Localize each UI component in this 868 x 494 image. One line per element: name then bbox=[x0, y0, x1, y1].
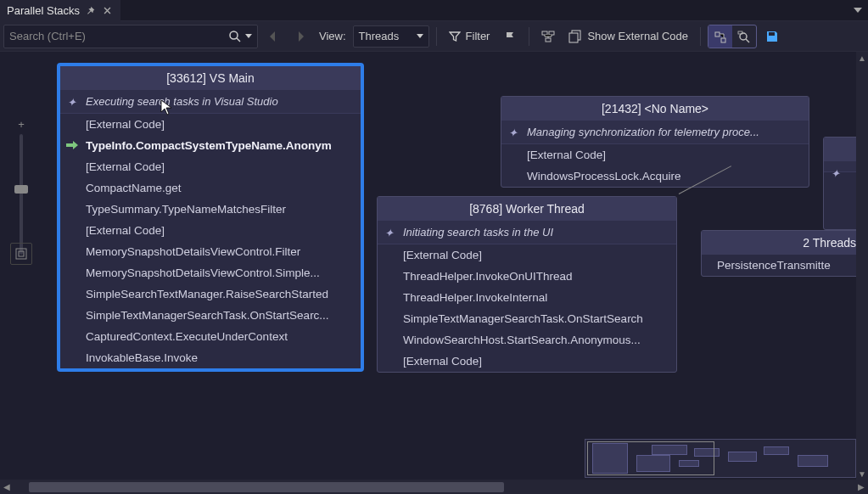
thread-box-vs-main[interactable]: [33612] VS Main ✦ Executing search tasks… bbox=[58, 64, 363, 371]
thread-header[interactable]: [8768] Worker Thread bbox=[378, 197, 676, 221]
filter-button[interactable]: Filter bbox=[444, 25, 496, 48]
scroll-down-icon[interactable]: ▼ bbox=[856, 468, 868, 480]
thread-summary: ✦ Executing search tasks in Visual Studi… bbox=[60, 90, 361, 114]
zoom-in-icon[interactable]: + bbox=[18, 118, 25, 131]
stack-frame-text: TypeInfo.CompactSystemTypeName.Anonym bbox=[86, 139, 332, 152]
scroll-right-icon[interactable]: ▶ bbox=[854, 480, 868, 494]
svg-rect-6 bbox=[569, 33, 578, 42]
stack-frame-current[interactable]: TypeInfo.CompactSystemTypeName.Anonym bbox=[60, 135, 361, 156]
stack-frame[interactable]: CompactName.get bbox=[60, 177, 361, 199]
stack-frame[interactable]: ThreadHelper.InvokeInternal bbox=[378, 287, 676, 308]
ai-sparkle-icon: ✦ bbox=[67, 96, 76, 109]
stack-frame[interactable]: WindowSearchHost.StartSearch.Anonymous..… bbox=[378, 329, 676, 351]
separator bbox=[529, 27, 529, 46]
stack-frame[interactable]: [External Code] bbox=[60, 156, 361, 177]
minimap-block bbox=[764, 446, 789, 455]
scroll-up-icon[interactable]: ▲ bbox=[856, 52, 868, 64]
ai-sparkle-icon: ✦ bbox=[384, 227, 394, 239]
svg-rect-12 bbox=[19, 251, 24, 256]
layout-mode-group bbox=[708, 25, 757, 48]
stack-frame[interactable]: TypeSummary.TypeNameMatchesFilter bbox=[60, 199, 361, 220]
window-menu-dropdown[interactable] bbox=[848, 0, 868, 21]
stack-frame[interactable]: MemorySnapshotDetailsViewControl.Filter bbox=[60, 241, 361, 262]
svg-line-1 bbox=[237, 38, 240, 42]
layout-graph-button[interactable] bbox=[708, 25, 732, 48]
scroll-left-icon[interactable]: ◀ bbox=[0, 480, 14, 494]
stack-frame[interactable]: [External Code] bbox=[378, 244, 676, 266]
thread-header[interactable]: [33612] VS Main bbox=[60, 66, 361, 90]
stack-frame[interactable]: MemorySnapshotDetailsViewControl.Simple.… bbox=[60, 262, 361, 283]
stack-frame[interactable]: PersistenceTransmitte bbox=[702, 255, 868, 276]
stack-frame[interactable]: [External Code] bbox=[60, 220, 361, 241]
thread-summary-text: Managing synchronization for telemetry p… bbox=[527, 126, 759, 138]
stack-frame[interactable]: [External Code] bbox=[378, 351, 676, 372]
tab-parallel-stacks[interactable]: Parallel Stacks bbox=[0, 0, 120, 21]
svg-rect-3 bbox=[549, 31, 554, 35]
svg-rect-8 bbox=[721, 38, 725, 42]
filter-icon bbox=[449, 31, 461, 42]
search-icon[interactable] bbox=[228, 30, 242, 43]
filter-label: Filter bbox=[466, 30, 490, 42]
minimap-viewport[interactable] bbox=[587, 441, 714, 475]
thread-box-group[interactable]: 2 Threads PersistenceTransmitte bbox=[701, 230, 868, 277]
view-select[interactable]: Threads bbox=[353, 25, 429, 48]
search-dropdown-icon[interactable] bbox=[245, 34, 252, 38]
nav-back-button[interactable] bbox=[261, 25, 285, 48]
current-frame-arrow-icon bbox=[65, 139, 79, 151]
view-select-value: Threads bbox=[359, 30, 400, 42]
scroll-track[interactable] bbox=[856, 64, 868, 468]
tab-title: Parallel Stacks bbox=[7, 4, 80, 17]
stack-frame[interactable]: [External Code] bbox=[60, 114, 361, 135]
stack-frame[interactable]: SimpleTextManagerSearchTask.OnStartSearc… bbox=[378, 308, 676, 329]
ai-sparkle-icon: ✦ bbox=[508, 126, 518, 139]
show-external-code-label: Show External Code bbox=[587, 30, 688, 42]
svg-rect-7 bbox=[715, 32, 720, 36]
stack-frame[interactable]: InvokableBase.Invoke bbox=[60, 347, 361, 368]
zoom-fit-button[interactable] bbox=[10, 243, 32, 265]
svg-rect-2 bbox=[542, 31, 547, 35]
vertical-scrollbar[interactable]: ▲ ▼ bbox=[856, 52, 868, 480]
thread-summary-text: Initiating search tasks in the UI bbox=[403, 226, 553, 239]
pin-icon[interactable] bbox=[85, 4, 97, 16]
stack-frame[interactable]: SimpleTextManagerSearchTask.OnStartSearc… bbox=[60, 305, 361, 326]
minimap[interactable] bbox=[585, 439, 856, 478]
thread-header[interactable]: 2 Threads bbox=[702, 231, 868, 255]
ai-sparkle-icon: ✦ bbox=[831, 167, 840, 180]
toolbar: View: Threads Filter Show External Code bbox=[0, 21, 868, 52]
thread-box-worker[interactable]: [8768] Worker Thread ✦ Initiating search… bbox=[377, 196, 677, 373]
search-box[interactable] bbox=[3, 25, 258, 48]
svg-point-0 bbox=[230, 31, 238, 39]
nav-forward-button[interactable] bbox=[288, 25, 312, 48]
stacks-canvas[interactable]: + − [33612] VS Main ✦ Executing search t… bbox=[0, 52, 868, 480]
horizontal-scrollbar[interactable]: ◀ ▶ bbox=[0, 480, 868, 494]
stack-frame[interactable]: CapturedContext.ExecuteUnderContext bbox=[60, 326, 361, 347]
minimap-block bbox=[798, 455, 828, 467]
svg-rect-4 bbox=[546, 38, 551, 42]
stack-frame[interactable]: ThreadHelper.InvokeOnUIThread bbox=[378, 266, 676, 287]
svg-rect-11 bbox=[16, 249, 26, 259]
thread-summary: ✦ Initiating search tasks in the UI bbox=[378, 221, 676, 244]
stack-frame[interactable]: SimpleSearchTextManager.RaiseSearchStart… bbox=[60, 283, 361, 305]
stack-frames-icon bbox=[568, 30, 582, 43]
zoom-thumb[interactable] bbox=[14, 185, 28, 194]
thread-header[interactable]: [21432] <No Name> bbox=[501, 97, 809, 121]
close-icon[interactable] bbox=[102, 4, 114, 16]
stack-frame[interactable]: WindowsProcessLock.Acquire bbox=[501, 166, 809, 187]
flag-button[interactable] bbox=[498, 25, 522, 48]
save-button[interactable] bbox=[760, 25, 784, 48]
stack-frame[interactable]: [External Code] bbox=[501, 144, 809, 166]
thread-box-noname[interactable]: [21432] <No Name> ✦ Managing synchroniza… bbox=[501, 96, 809, 188]
separator bbox=[436, 27, 437, 46]
layout-find-button[interactable] bbox=[732, 25, 756, 48]
scroll-track[interactable] bbox=[14, 482, 854, 492]
view-label: View: bbox=[316, 30, 350, 42]
show-external-code-button[interactable]: Show External Code bbox=[563, 25, 693, 48]
thread-summary-text: Executing search tasks in Visual Studio bbox=[86, 95, 278, 108]
minimap-block bbox=[728, 452, 757, 462]
thread-summary: ✦ Managing synchronization for telemetry… bbox=[501, 121, 809, 144]
search-input[interactable] bbox=[9, 30, 228, 42]
scroll-thumb[interactable] bbox=[29, 482, 504, 492]
title-bar: Parallel Stacks bbox=[0, 0, 868, 21]
toggle-method-view-button[interactable] bbox=[536, 25, 560, 48]
zoom-track[interactable] bbox=[20, 134, 23, 255]
